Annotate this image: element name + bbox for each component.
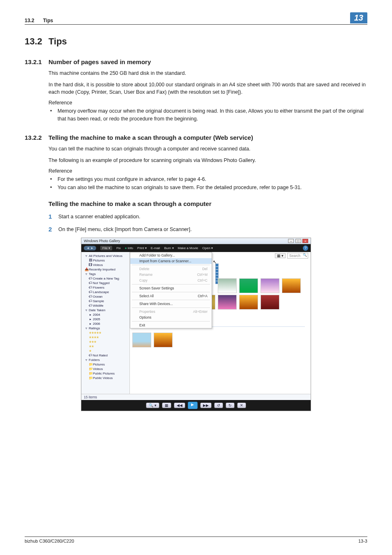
s2-p1: You can tell the machine to scan origina… (48, 145, 367, 153)
sidebar-5star[interactable]: ★★★★★ (83, 331, 128, 335)
sidebar-sample[interactable]: 🏷Sample (83, 299, 128, 303)
menu-share[interactable]: Share With Devices... (130, 301, 212, 307)
toolbar: ◄ ► File ▾ Fix Info Print ▾ E-mail Burn … (81, 244, 311, 252)
sidebar-landscape[interactable]: 🏷Landscape (83, 290, 128, 294)
toolbar-help[interactable]: ? (303, 245, 308, 251)
sidebar-f-pub-videos[interactable]: 📁Public Videos (83, 376, 128, 380)
footer-left: bizhub C360/C280/C220 (25, 539, 74, 543)
maximize-button[interactable]: □ (295, 239, 301, 243)
toolbar-email[interactable]: E-mail (151, 246, 160, 250)
step-2-num: 2 (48, 225, 52, 234)
menu-copy[interactable]: CopyCtrl+C (130, 278, 212, 283)
section-heading: 13.2 Tips (25, 36, 367, 47)
minimize-button[interactable]: – (288, 239, 294, 243)
section-title: Tips (48, 36, 67, 47)
next-button[interactable]: ▶▶ (200, 402, 212, 408)
menu-select-all[interactable]: Select AllCtrl+A (130, 293, 212, 299)
play-button[interactable]: ▶ (188, 402, 198, 409)
prev-button[interactable]: ◀◀ (174, 402, 185, 408)
footer-right: 13-3 (358, 539, 367, 543)
subsection-1-title: Number of pages saved in memory (48, 58, 151, 65)
sidebar-date-taken[interactable]: ▿Date Taken (83, 308, 128, 312)
sidebar-ocean[interactable]: 🏷Ocean (83, 294, 128, 299)
sidebar-flowers[interactable]: 🏷Flowers (83, 285, 128, 290)
rotate-left-button[interactable]: ↺ (214, 402, 223, 408)
main-pane: ▦ ▾ Search Add Folder to Gallery... Impo… (130, 252, 311, 394)
menu-properties[interactable]: PropertiesAlt+Enter (130, 309, 212, 314)
sidebar-tags[interactable]: ▿Tags (83, 272, 128, 276)
header-section-num: 13.2 (25, 18, 34, 23)
step-1-text: Start a scanner enabled application. (58, 214, 140, 220)
header-section-label: Tips (43, 18, 53, 23)
page-header: 13.2 Tips 13 (25, 12, 367, 25)
window-body: ▿All Pictures and Videos 🖼Pictures 🎞Vide… (81, 252, 311, 394)
sidebar-recent[interactable]: 📥Recently Imported (83, 267, 128, 272)
window-buttons: – □ × (288, 239, 308, 243)
s2-bullet-1: For the settings you must configure in a… (48, 176, 367, 183)
menu-import[interactable]: Import from Camera or Scanner... (130, 258, 212, 264)
sidebar-create-tag[interactable]: 🏷Create a New Tag (83, 276, 128, 281)
sidebar-3star[interactable]: ★★★ (83, 340, 128, 344)
toolbar-open[interactable]: Open ▾ (202, 246, 213, 250)
s2-bullets: For the settings you must configure in a… (48, 176, 367, 191)
thumbnail[interactable] (132, 333, 151, 347)
toolbar-info[interactable]: Info (125, 246, 133, 250)
sidebar-folders[interactable]: ▿Folders (83, 358, 128, 362)
file-menu: Add Folder to Gallery... Import from Cam… (130, 252, 212, 328)
menu-exit[interactable]: Exit (130, 322, 212, 328)
zoom-button[interactable]: 🔍 ▾ (146, 402, 159, 408)
toolbar-fix[interactable]: Fix (116, 246, 121, 250)
subsection-2-num: 13.2.2 (25, 134, 48, 141)
step-2-text: On the [File] menu, click [Import from C… (58, 227, 191, 232)
subsection-1-heading: 13.2.1 Number of pages saved in memory (25, 58, 367, 65)
sidebar-not-tagged[interactable]: 🏷Not Tagged (83, 281, 128, 285)
sidebar-f-pub-pictures[interactable]: 📁Public Pictures (83, 371, 128, 376)
embedded-screenshot: Windows Photo Gallery – □ × ◄ ► File ▾ F… (81, 238, 311, 411)
sidebar-not-rated[interactable]: 🏷Not Rated (83, 353, 128, 358)
step-1-num: 1 (48, 212, 52, 222)
delete-button[interactable]: ✕ (237, 402, 246, 408)
menu-options[interactable]: Options (130, 314, 212, 320)
subsection-2-heading: 13.2.2 Telling the machine to make a sca… (25, 134, 367, 141)
sidebar-2005[interactable]: ▸2005 (83, 317, 128, 321)
s2-bullet-2: You can also tell the machine to scan or… (48, 184, 367, 191)
close-button[interactable]: × (302, 239, 308, 243)
sidebar-2004[interactable]: ▸2004 (83, 312, 128, 317)
sidebar-pictures[interactable]: 🖼Pictures (83, 258, 128, 263)
toolbar-burn[interactable]: Burn ▾ (164, 246, 173, 250)
thumbnail[interactable] (154, 333, 173, 347)
procedure-title: Telling the machine to make a scan throu… (48, 200, 367, 207)
section-num: 13.2 (25, 36, 48, 47)
menu-screensaver[interactable]: Screen Saver Settings (130, 285, 212, 291)
sidebar-1star[interactable]: ★ (83, 349, 128, 353)
step-1: 1Start a scanner enabled application. (48, 213, 367, 221)
sidebar-ratings[interactable]: ▿Ratings (83, 326, 128, 331)
s1-bullets: Memory overflow may occur when the origi… (48, 107, 367, 122)
s2-reference-label: Reference (48, 168, 367, 174)
toolbar-file[interactable]: File ▾ (100, 246, 112, 250)
window-titlebar: Windows Photo Gallery – □ × (81, 238, 311, 244)
menu-add-folder[interactable]: Add Folder to Gallery... (130, 252, 212, 258)
sidebar-videos[interactable]: 🎞Videos (83, 263, 128, 267)
sidebar-f-videos[interactable]: 📁Videos (83, 367, 128, 371)
nav-back-forward[interactable]: ◄ ► (84, 246, 96, 250)
menu-delete[interactable]: DeleteDel (130, 266, 212, 272)
thumb-row-3 (132, 331, 308, 349)
procedure-steps: 1Start a scanner enabled application. 2O… (48, 213, 367, 234)
sidebar-2006[interactable]: ▸2006 (83, 321, 128, 326)
menu-rename[interactable]: RenameCtrl+M (130, 272, 212, 278)
toolbar-movie[interactable]: Make a Movie (178, 246, 198, 250)
window-title: Windows Photo Gallery (84, 239, 120, 243)
sidebar-4star[interactable]: ★★★★ (83, 335, 128, 340)
sidebar-all[interactable]: ▿All Pictures and Videos (83, 254, 128, 258)
sidebar-f-pictures[interactable]: 📁Pictures (83, 362, 128, 367)
subsection-1-num: 13.2.1 (25, 58, 48, 65)
toolbar-print[interactable]: Print ▾ (137, 246, 147, 250)
s1-p1: This machine contains the 250 GB hard di… (48, 69, 367, 77)
sidebar-wildlife[interactable]: 🏷Wildlife (83, 303, 128, 308)
sidebar: ▿All Pictures and Videos 🖼Pictures 🎞Vide… (81, 252, 130, 394)
rotate-right-button[interactable]: ↻ (226, 402, 235, 408)
view-button[interactable]: ▦ (162, 402, 171, 408)
sidebar-2star[interactable]: ★★ (83, 344, 128, 349)
s2-p2: The following is an example of procedure… (48, 157, 367, 164)
